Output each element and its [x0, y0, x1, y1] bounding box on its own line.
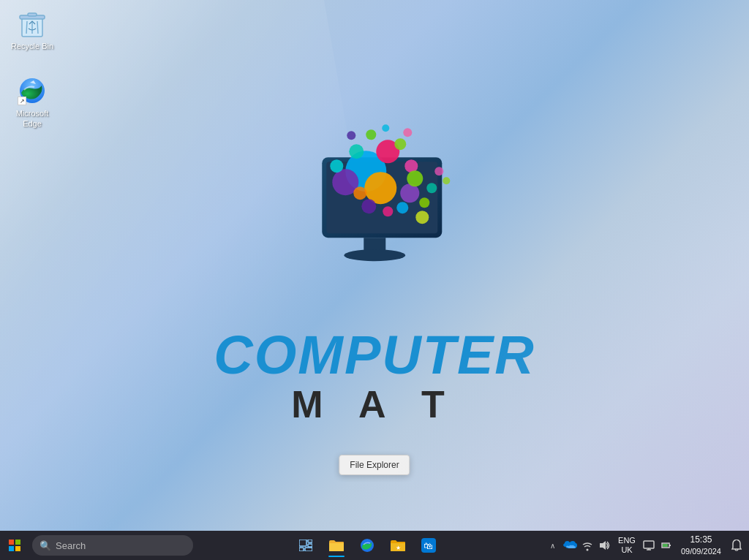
svg-point-16 — [366, 129, 376, 140]
svg-point-21 — [330, 159, 343, 173]
recycle-bin-icon[interactable]: Recycle Bin — [6, 6, 59, 54]
search-icon: 🔍 — [39, 540, 51, 551]
svg-rect-39 — [308, 540, 312, 542]
svg-point-30 — [443, 177, 450, 184]
language-indicator[interactable]: ENG UK — [614, 531, 640, 560]
start-button[interactable] — [0, 531, 29, 560]
taskbar-center: ★ 🛍 — [193, 531, 541, 560]
svg-text:★: ★ — [396, 545, 401, 551]
network-tray-icon[interactable] — [579, 531, 596, 560]
svg-point-47 — [587, 549, 589, 551]
svg-rect-35 — [15, 540, 20, 545]
edge-label: MicrosoftEdge — [16, 108, 49, 129]
edge-taskbar-button[interactable] — [353, 531, 382, 560]
svg-point-27 — [415, 211, 429, 224]
search-bar[interactable]: 🔍 Search — [32, 535, 193, 556]
file-explorer-tooltip: File Explorer — [339, 455, 410, 475]
volume-tray-icon[interactable] — [596, 531, 614, 560]
svg-rect-49 — [644, 541, 654, 548]
svg-rect-2 — [28, 13, 37, 16]
svg-rect-36 — [9, 546, 14, 551]
svg-point-15 — [394, 138, 406, 150]
svg-point-19 — [400, 183, 419, 203]
task-view-button[interactable] — [291, 531, 320, 560]
svg-point-22 — [396, 202, 408, 213]
svg-point-31 — [347, 131, 355, 140]
monitor-graphic — [257, 80, 492, 328]
logo-container: COMPUTER M A T — [214, 80, 535, 423]
svg-point-33 — [403, 128, 412, 137]
search-text: Search — [56, 540, 86, 551]
onedrive-tray-icon[interactable] — [561, 531, 579, 560]
edge-image: ↗ — [18, 76, 47, 105]
desktop: Recycle Bin — [0, 0, 749, 531]
svg-point-24 — [361, 199, 376, 213]
svg-point-29 — [434, 167, 443, 175]
svg-point-17 — [349, 144, 364, 159]
svg-marker-48 — [600, 541, 606, 550]
svg-rect-34 — [9, 540, 14, 545]
svg-line-3 — [26, 21, 27, 34]
svg-rect-42 — [305, 548, 312, 551]
svg-point-20 — [407, 170, 423, 186]
battery-tray-icon[interactable] — [658, 531, 675, 560]
language-code: ENG — [618, 536, 636, 545]
microsoft-edge-icon[interactable]: ↗ MicrosoftEdge — [6, 73, 59, 132]
system-tray: ∧ ENG UK — [541, 531, 749, 560]
svg-point-23 — [383, 206, 393, 216]
language-region: UK — [621, 545, 632, 555]
file-explorer-taskbar-button[interactable] — [322, 531, 351, 560]
svg-rect-41 — [299, 548, 304, 551]
svg-point-32 — [382, 124, 389, 132]
svg-point-10 — [344, 249, 405, 261]
recycle-bin-label: Recycle Bin — [11, 41, 53, 51]
taskbar: 🔍 Search — [0, 531, 749, 560]
tray-chevron[interactable]: ∧ — [543, 531, 561, 560]
svg-text:🛍: 🛍 — [424, 540, 433, 551]
brand-computer-text: COMPUTER — [214, 328, 535, 382]
svg-rect-52 — [663, 544, 668, 547]
time-display: 15:35 — [690, 534, 712, 546]
svg-rect-40 — [308, 544, 312, 547]
svg-rect-53 — [669, 545, 671, 546]
ms-store-taskbar-button[interactable]: 🛍 — [414, 531, 443, 560]
brand-mat-text: M A T — [291, 385, 458, 423]
date-display: 09/09/2024 — [681, 546, 721, 557]
display-tray-icon[interactable] — [640, 531, 658, 560]
svg-point-25 — [353, 186, 366, 200]
notification-button[interactable] — [727, 531, 746, 560]
recycle-bin-image — [18, 9, 47, 38]
svg-point-26 — [419, 197, 429, 208]
clock-display[interactable]: 15:35 09/09/2024 — [675, 531, 727, 560]
svg-rect-38 — [299, 540, 306, 546]
svg-point-28 — [426, 183, 437, 193]
svg-line-5 — [37, 21, 38, 34]
svg-rect-37 — [15, 546, 20, 551]
file-explorer2-taskbar-button[interactable]: ★ — [383, 531, 413, 560]
